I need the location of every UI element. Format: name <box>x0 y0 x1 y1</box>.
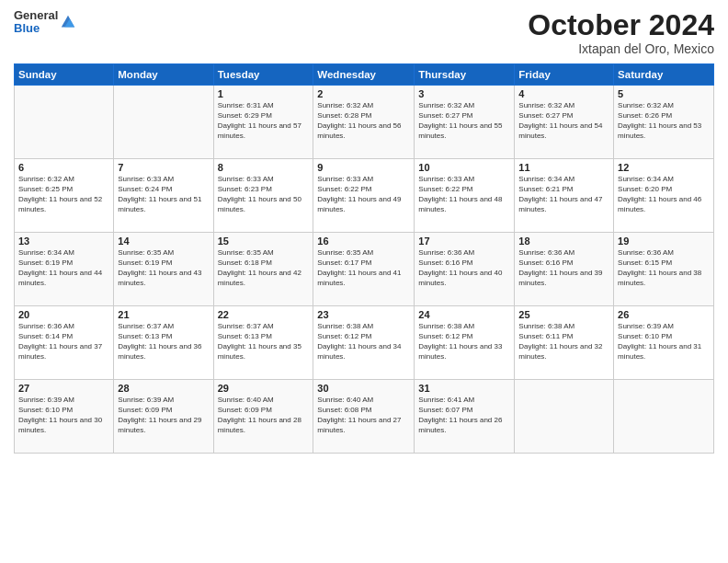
day-number: 9 <box>317 162 410 173</box>
day-number: 29 <box>218 383 310 394</box>
table-row: 12Sunrise: 6:34 AM Sunset: 6:20 PM Dayli… <box>614 159 714 233</box>
day-number: 18 <box>518 236 609 247</box>
day-number: 7 <box>118 162 209 173</box>
day-number: 6 <box>18 162 109 173</box>
day-number: 5 <box>618 88 710 99</box>
logo-general: General <box>14 9 58 22</box>
table-row: 10Sunrise: 6:33 AM Sunset: 6:22 PM Dayli… <box>415 159 515 233</box>
day-number: 22 <box>218 309 310 320</box>
day-number: 23 <box>317 309 410 320</box>
day-info: Sunrise: 6:36 AM Sunset: 6:16 PM Dayligh… <box>518 248 609 288</box>
table-row: 22Sunrise: 6:37 AM Sunset: 6:13 PM Dayli… <box>213 306 313 380</box>
table-row: 2Sunrise: 6:32 AM Sunset: 6:28 PM Daylig… <box>313 86 415 159</box>
day-number: 24 <box>418 309 510 320</box>
day-number: 8 <box>218 162 310 173</box>
day-info: Sunrise: 6:34 AM Sunset: 6:20 PM Dayligh… <box>618 175 710 214</box>
day-info: Sunrise: 6:32 AM Sunset: 6:28 PM Dayligh… <box>317 101 410 141</box>
day-number: 27 <box>18 383 109 394</box>
day-number: 28 <box>118 383 209 394</box>
table-row: 1Sunrise: 6:31 AM Sunset: 6:29 PM Daylig… <box>213 86 313 159</box>
day-number: 2 <box>317 88 410 99</box>
header-monday: Monday <box>114 64 213 86</box>
day-info: Sunrise: 6:36 AM Sunset: 6:14 PM Dayligh… <box>18 322 109 362</box>
day-info: Sunrise: 6:31 AM Sunset: 6:29 PM Dayligh… <box>218 101 310 141</box>
day-info: Sunrise: 6:40 AM Sunset: 6:09 PM Dayligh… <box>218 396 310 435</box>
header-wednesday: Wednesday <box>313 64 415 86</box>
header-tuesday: Tuesday <box>213 64 313 86</box>
day-info: Sunrise: 6:35 AM Sunset: 6:17 PM Dayligh… <box>317 248 410 288</box>
page: General Blue October 2024 Ixtapan del Or… <box>0 0 728 563</box>
table-row: 31Sunrise: 6:41 AM Sunset: 6:07 PM Dayli… <box>415 380 515 454</box>
logo-blue: Blue <box>14 22 58 35</box>
table-row: 27Sunrise: 6:39 AM Sunset: 6:10 PM Dayli… <box>15 380 114 454</box>
calendar-week-row: 6Sunrise: 6:32 AM Sunset: 6:25 PM Daylig… <box>15 159 714 233</box>
calendar-title: October 2024 <box>528 9 714 41</box>
day-info: Sunrise: 6:33 AM Sunset: 6:23 PM Dayligh… <box>218 175 310 214</box>
day-number: 17 <box>418 236 510 247</box>
day-info: Sunrise: 6:41 AM Sunset: 6:07 PM Dayligh… <box>418 396 510 435</box>
table-row: 29Sunrise: 6:40 AM Sunset: 6:09 PM Dayli… <box>213 380 313 454</box>
day-info: Sunrise: 6:32 AM Sunset: 6:27 PM Dayligh… <box>418 101 510 141</box>
day-info: Sunrise: 6:33 AM Sunset: 6:24 PM Dayligh… <box>118 175 209 214</box>
day-number: 10 <box>418 162 510 173</box>
day-number: 13 <box>18 236 109 247</box>
day-info: Sunrise: 6:36 AM Sunset: 6:16 PM Dayligh… <box>418 248 510 288</box>
table-row: 25Sunrise: 6:38 AM Sunset: 6:11 PM Dayli… <box>515 306 614 380</box>
day-info: Sunrise: 6:34 AM Sunset: 6:21 PM Dayligh… <box>518 175 609 214</box>
day-info: Sunrise: 6:35 AM Sunset: 6:18 PM Dayligh… <box>218 248 310 288</box>
table-row: 15Sunrise: 6:35 AM Sunset: 6:18 PM Dayli… <box>213 233 313 306</box>
table-row <box>614 380 714 454</box>
header-saturday: Saturday <box>614 64 714 86</box>
calendar-week-row: 1Sunrise: 6:31 AM Sunset: 6:29 PM Daylig… <box>15 86 714 159</box>
table-row: 4Sunrise: 6:32 AM Sunset: 6:27 PM Daylig… <box>515 86 614 159</box>
calendar-subtitle: Ixtapan del Oro, Mexico <box>528 41 714 56</box>
day-info: Sunrise: 6:35 AM Sunset: 6:19 PM Dayligh… <box>118 248 209 288</box>
day-info: Sunrise: 6:32 AM Sunset: 6:25 PM Dayligh… <box>18 175 109 214</box>
header-sunday: Sunday <box>15 64 114 86</box>
logo-text: General Blue <box>14 9 58 36</box>
day-number: 21 <box>118 309 209 320</box>
table-row: 19Sunrise: 6:36 AM Sunset: 6:15 PM Dayli… <box>614 233 714 306</box>
day-info: Sunrise: 6:32 AM Sunset: 6:26 PM Dayligh… <box>618 101 710 141</box>
table-row: 11Sunrise: 6:34 AM Sunset: 6:21 PM Dayli… <box>515 159 614 233</box>
day-info: Sunrise: 6:40 AM Sunset: 6:08 PM Dayligh… <box>317 396 410 435</box>
day-number: 12 <box>618 162 710 173</box>
day-number: 1 <box>218 88 310 99</box>
table-row: 14Sunrise: 6:35 AM Sunset: 6:19 PM Dayli… <box>114 233 213 306</box>
day-info: Sunrise: 6:38 AM Sunset: 6:12 PM Dayligh… <box>317 322 410 362</box>
day-number: 31 <box>418 383 510 394</box>
table-row: 24Sunrise: 6:38 AM Sunset: 6:12 PM Dayli… <box>415 306 515 380</box>
day-info: Sunrise: 6:37 AM Sunset: 6:13 PM Dayligh… <box>218 322 310 362</box>
day-number: 19 <box>618 236 710 247</box>
title-area: October 2024 Ixtapan del Oro, Mexico <box>528 9 714 56</box>
table-row: 9Sunrise: 6:33 AM Sunset: 6:22 PM Daylig… <box>313 159 415 233</box>
table-row: 6Sunrise: 6:32 AM Sunset: 6:25 PM Daylig… <box>15 159 114 233</box>
table-row: 28Sunrise: 6:39 AM Sunset: 6:09 PM Dayli… <box>114 380 213 454</box>
day-info: Sunrise: 6:33 AM Sunset: 6:22 PM Dayligh… <box>418 175 510 214</box>
table-row: 30Sunrise: 6:40 AM Sunset: 6:08 PM Dayli… <box>313 380 415 454</box>
calendar-table: Sunday Monday Tuesday Wednesday Thursday… <box>14 63 714 454</box>
day-info: Sunrise: 6:39 AM Sunset: 6:10 PM Dayligh… <box>18 396 109 435</box>
table-row: 20Sunrise: 6:36 AM Sunset: 6:14 PM Dayli… <box>15 306 114 380</box>
table-row: 16Sunrise: 6:35 AM Sunset: 6:17 PM Dayli… <box>313 233 415 306</box>
table-row: 5Sunrise: 6:32 AM Sunset: 6:26 PM Daylig… <box>614 86 714 159</box>
day-info: Sunrise: 6:38 AM Sunset: 6:11 PM Dayligh… <box>518 322 609 362</box>
logo-icon <box>60 14 76 30</box>
table-row: 8Sunrise: 6:33 AM Sunset: 6:23 PM Daylig… <box>213 159 313 233</box>
day-number: 30 <box>317 383 410 394</box>
calendar-header-row: Sunday Monday Tuesday Wednesday Thursday… <box>15 64 714 86</box>
table-row: 17Sunrise: 6:36 AM Sunset: 6:16 PM Dayli… <box>415 233 515 306</box>
day-info: Sunrise: 6:39 AM Sunset: 6:10 PM Dayligh… <box>618 322 710 362</box>
day-info: Sunrise: 6:39 AM Sunset: 6:09 PM Dayligh… <box>118 396 209 435</box>
day-number: 16 <box>317 236 410 247</box>
day-info: Sunrise: 6:33 AM Sunset: 6:22 PM Dayligh… <box>317 175 410 214</box>
day-number: 14 <box>118 236 209 247</box>
day-number: 20 <box>18 309 109 320</box>
table-row <box>114 86 213 159</box>
day-info: Sunrise: 6:32 AM Sunset: 6:27 PM Dayligh… <box>518 101 609 141</box>
header-friday: Friday <box>515 64 614 86</box>
day-number: 3 <box>418 88 510 99</box>
day-info: Sunrise: 6:36 AM Sunset: 6:15 PM Dayligh… <box>618 248 710 288</box>
table-row: 3Sunrise: 6:32 AM Sunset: 6:27 PM Daylig… <box>415 86 515 159</box>
day-info: Sunrise: 6:34 AM Sunset: 6:19 PM Dayligh… <box>18 248 109 288</box>
